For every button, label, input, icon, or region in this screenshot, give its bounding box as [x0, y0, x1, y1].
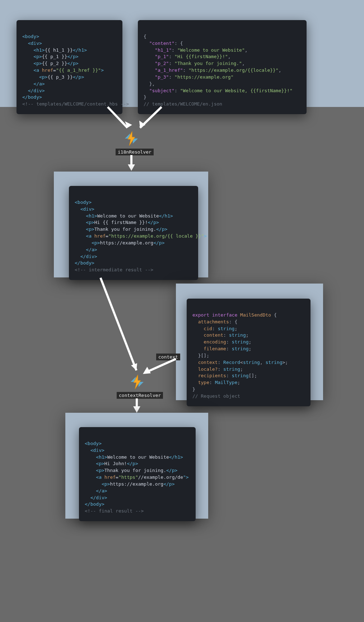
code-box-intermediate: <body> <div> <h1>Welcome to our Website<… [69, 186, 198, 280]
svg-line-8 [145, 359, 176, 373]
context-resolver-label: contextResolver [117, 392, 163, 399]
lightning-icon [123, 130, 140, 147]
svg-marker-11 [133, 406, 140, 413]
lightning-icon [129, 373, 146, 390]
svg-line-6 [101, 278, 136, 370]
code-box-json: { "content": { "h1_1": "Welcome to our W… [138, 20, 307, 114]
arrow-down-icon [134, 398, 141, 414]
code-box-hbs: <body> <div> <h1>{{ h1_1 }}</h1> <p>{{ p… [17, 20, 122, 114]
code-box-dto: export interface MailSendDto { attachmen… [187, 299, 311, 406]
svg-marker-5 [128, 164, 135, 171]
code-box-final: <body> <div> <h1>Welcome to our Website<… [79, 427, 196, 521]
arrow-left-icon [140, 359, 179, 380]
i18n-resolver-label: i18nResolver [116, 149, 154, 155]
svg-marker-7 [131, 363, 137, 370]
svg-line-0 [108, 107, 127, 128]
arrow-down-icon [129, 155, 136, 172]
